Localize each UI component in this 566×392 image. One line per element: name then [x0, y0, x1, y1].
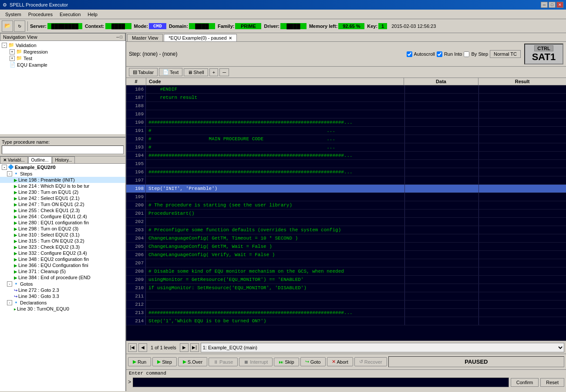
tree-expand-validation[interactable]: - [2, 43, 7, 48]
goto-icon-340: ↪ [14, 294, 17, 299]
level-prev-btn[interactable]: ◀ [138, 343, 147, 352]
level-first-btn[interactable]: |◀ [128, 343, 137, 352]
menu-execution[interactable]: Execution [56, 11, 84, 18]
pause-button[interactable]: ⏸ Pause [209, 358, 238, 366]
outline-line323[interactable]: ▶ Line 323 : Check EQU2 (3.3) [0, 244, 125, 250]
code-content[interactable]: 186 #ENDIF 187 return result 188 [126, 85, 566, 341]
outline-line366[interactable]: ▶ Line 366 : EQU Configuration fini [0, 262, 125, 268]
step-icon-230: ▶ [14, 190, 17, 195]
outline-line280[interactable]: ▶ Line 280 : EQU1 configuration fin [0, 220, 125, 226]
command-input[interactable] [133, 378, 509, 387]
step-icon-315: ▶ [14, 239, 17, 243]
tab-outline[interactable]: Outline... [28, 156, 52, 163]
doc-icon-equexample: 📄 [10, 62, 16, 68]
step-info: Step: (none) - (none) [129, 51, 177, 57]
outline-line272[interactable]: ↪ Line 272 : Goto 2.3 [0, 287, 125, 293]
outline-line214[interactable]: ▶ Line 214 : Which EQU is to be tur [0, 183, 125, 189]
outline-line230[interactable]: ▶ Line 230 : Turn on EQU1 (2) [0, 189, 125, 195]
outline-decl-expand[interactable]: - [7, 300, 12, 305]
by-step-checkbox[interactable] [464, 51, 469, 57]
level-select[interactable]: 1: Example_EQU2 (main) [201, 343, 564, 352]
navigation-view: Navigation View ─ □ - 📁 Validation + 📁 R… [0, 33, 125, 138]
step-label: Step [162, 359, 172, 365]
outline-line340[interactable]: ↪ Line 340 : Goto 3.3 [0, 293, 125, 299]
decl-icon: 🔹 [13, 300, 19, 305]
menu-help[interactable]: Help [84, 11, 101, 18]
outline-line247[interactable]: ▶ Line 247 : Turn ON EQU1 (2.2) [0, 201, 125, 207]
step-button[interactable]: ▶ Step [152, 357, 177, 366]
tab-history[interactable]: History... [52, 156, 75, 163]
outline-line315[interactable]: ▶ Line 315 : Turn ON EQU2 (3.2) [0, 238, 125, 244]
type-proc-input[interactable] [2, 145, 124, 154]
tree-item-regression[interactable]: + 📁 Regression [1, 48, 125, 55]
toolbar-open-btn[interactable]: 📂 [2, 20, 13, 32]
tab-equ-example[interactable]: *EQU Example(0) - paused ✕ [164, 34, 236, 41]
outline-gotos-group[interactable]: - 🔹 Gotos [0, 280, 125, 287]
outline-line332[interactable]: ▶ Line 332 : Configure EQU2 (3.4) [0, 250, 125, 256]
level-next-btn[interactable]: ▶ [180, 343, 189, 352]
tree-item-validation[interactable]: - 📁 Validation [1, 42, 125, 48]
outline-decl-group[interactable]: - 🔹 Declarations [0, 299, 125, 306]
outline-line198[interactable]: ▶ Line 198 : Preamble (INIT) [0, 177, 125, 183]
outline-line242[interactable]: ▶ Line 242 : Select EQU1 (2.1) [0, 195, 125, 201]
run-button[interactable]: ▶ Run [128, 357, 151, 366]
menu-system[interactable]: System [2, 11, 25, 18]
outline-line310[interactable]: ▶ Line 310 : Select EQU2 (3.1) [0, 232, 125, 238]
shell-button[interactable]: 🖥 Shell [184, 68, 208, 76]
recover-button[interactable]: ↺ Recover [354, 357, 387, 366]
tab-close-icon[interactable]: ✕ [229, 36, 232, 41]
abort-button[interactable]: ✕ Abort [327, 357, 353, 366]
tree-expand-regression[interactable]: + [10, 49, 15, 54]
outline-line255[interactable]: ▶ Line 255 : Check EQU1 (2.3) [0, 207, 125, 213]
code-row-194: 194 ####################################… [126, 152, 566, 160]
tab-variables[interactable]: ✕ Variabl... [0, 156, 28, 163]
goto-button[interactable]: ↪ Goto [300, 357, 326, 366]
tab-master-view[interactable]: Master View [127, 34, 163, 41]
toolbar-reload-btn[interactable]: ↻ [14, 20, 25, 32]
tab-outline-label: Outline... [31, 158, 49, 162]
autoscroll-checkbox[interactable] [407, 51, 412, 57]
outline-line214-label: Line 214 : Which EQU is to be tur [18, 183, 89, 189]
outline-line371[interactable]: ▶ Line 371 : Cleanup (5) [0, 268, 125, 274]
add-button[interactable]: + [209, 68, 218, 76]
outline-line30[interactable]: ▸ Line 30 : TurnON_EQU0 [0, 306, 125, 312]
close-button[interactable]: ✕ [556, 2, 563, 8]
outline-root-expand[interactable]: - [2, 165, 7, 170]
tree-expand-test[interactable]: + [10, 56, 15, 61]
maximize-button[interactable]: □ [549, 2, 556, 8]
outline-steps-expand[interactable]: - [7, 171, 12, 176]
outline-root[interactable]: - 🔷 Example_EQU2#0 [0, 164, 125, 170]
text-button[interactable]: 📄 Text [159, 68, 182, 76]
driver-value: ████ [280, 23, 307, 29]
sover-button[interactable]: ▶ S.Over [178, 357, 207, 366]
step-icon-348: ▶ [14, 257, 17, 262]
tree-item-equexample[interactable]: 📄 EQU Example [1, 61, 125, 68]
outline-line298[interactable]: ▶ Line 298 : Turn on EQU2 (3) [0, 226, 125, 232]
tabular-button[interactable]: ▤ Tabular [129, 68, 158, 76]
nav-view-max[interactable]: □ [120, 35, 122, 39]
titlebar: ⚙ SPELL Procedure Executor ─ □ ✕ [0, 0, 566, 10]
outline-steps-group[interactable]: - 🔹 Steps [0, 170, 125, 177]
outline-line384[interactable]: ▶ Line 384 : End of procedure (END [0, 274, 125, 280]
titlebar-controls: ─ □ ✕ [541, 2, 563, 8]
confirm-button[interactable]: Confirm [511, 378, 539, 387]
outline-line348[interactable]: ▶ Line 348 : EQU2 configuration fin [0, 256, 125, 262]
reset-button[interactable]: Reset [540, 378, 564, 387]
skip-button[interactable]: ⏭ Skip [274, 358, 299, 366]
run-into-checkbox[interactable] [437, 51, 442, 57]
tree-item-test[interactable]: + 📁 Test [1, 55, 125, 61]
run-label: Run [138, 359, 146, 365]
step-icon-371: ▶ [14, 269, 17, 274]
outline-line264[interactable]: ▶ Line 264 : Configure EQU1 (2.4) [0, 213, 125, 220]
x-icon: ✕ [3, 158, 7, 162]
outline-gotos-expand[interactable]: - [7, 281, 12, 287]
menu-procedures[interactable]: Procedures [25, 11, 56, 18]
tabular-icon: ▤ [133, 69, 137, 75]
level-last-btn[interactable]: ▶| [190, 343, 199, 352]
col-data-header: Data [404, 78, 478, 85]
interrupt-button[interactable]: ⏹ Interrupt [239, 358, 273, 366]
minimize-button[interactable]: ─ [541, 2, 548, 8]
nav-view-min[interactable]: ─ [116, 35, 119, 39]
remove-button[interactable]: ─ [219, 68, 229, 76]
normal-tc-button[interactable]: Normal TC [490, 50, 521, 58]
